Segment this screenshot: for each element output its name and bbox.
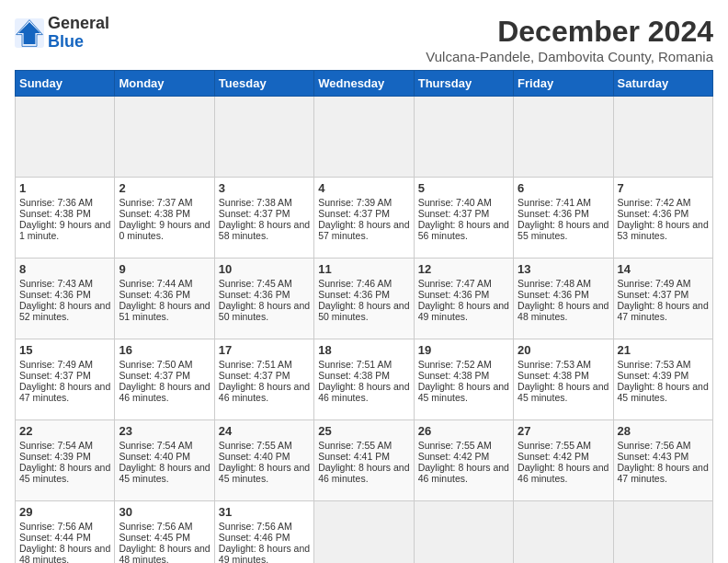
logo-icon xyxy=(15,18,44,48)
calendar-body: 1Sunrise: 7:36 AMSunset: 4:38 PMDaylight… xyxy=(16,97,713,564)
sunset-text: Sunset: 4:37 PM xyxy=(418,208,490,219)
daylight-text: Daylight: 8 hours and 45 minutes. xyxy=(219,462,310,484)
daylight-text: Daylight: 8 hours and 48 minutes. xyxy=(119,543,210,563)
sunrise-text: Sunrise: 7:50 AM xyxy=(119,359,192,370)
calendar-week-row: 8Sunrise: 7:43 AMSunset: 4:36 PMDaylight… xyxy=(16,259,713,339)
day-number: 8 xyxy=(19,262,110,276)
calendar-cell xyxy=(514,501,613,564)
sunrise-text: Sunrise: 7:38 AM xyxy=(219,197,292,208)
calendar-cell: 2Sunrise: 7:37 AMSunset: 4:38 PMDaylight… xyxy=(115,178,214,259)
daylight-text: Daylight: 8 hours and 47 minutes. xyxy=(618,300,709,322)
day-number: 28 xyxy=(618,424,709,438)
sunset-text: Sunset: 4:36 PM xyxy=(219,289,290,300)
days-header-row: SundayMondayTuesdayWednesdayThursdayFrid… xyxy=(16,71,713,97)
daylight-text: Daylight: 8 hours and 45 minutes. xyxy=(19,462,110,484)
sunrise-text: Sunrise: 7:49 AM xyxy=(19,359,93,370)
day-number: 9 xyxy=(119,262,210,276)
sunset-text: Sunset: 4:38 PM xyxy=(418,370,490,381)
day-number: 14 xyxy=(618,262,709,276)
calendar-cell: 3Sunrise: 7:38 AMSunset: 4:37 PMDaylight… xyxy=(214,178,313,259)
sunset-text: Sunset: 4:38 PM xyxy=(19,208,91,219)
sunset-text: Sunset: 4:37 PM xyxy=(19,370,91,381)
daylight-text: Daylight: 8 hours and 55 minutes. xyxy=(518,219,609,241)
calendar-cell xyxy=(414,501,513,564)
day-number: 22 xyxy=(19,424,110,438)
daylight-text: Daylight: 8 hours and 45 minutes. xyxy=(518,381,609,403)
calendar-subtitle: Vulcana-Pandele, Dambovita County, Roman… xyxy=(426,49,713,64)
sunrise-text: Sunrise: 7:39 AM xyxy=(318,197,392,208)
sunrise-text: Sunrise: 7:44 AM xyxy=(119,278,192,289)
daylight-text: Daylight: 8 hours and 57 minutes. xyxy=(318,219,409,241)
daylight-text: Daylight: 8 hours and 46 minutes. xyxy=(119,381,210,403)
sunset-text: Sunset: 4:45 PM xyxy=(119,532,190,543)
sunrise-text: Sunrise: 7:54 AM xyxy=(19,440,93,451)
daylight-text: Daylight: 8 hours and 46 minutes. xyxy=(318,462,409,484)
sunrise-text: Sunrise: 7:36 AM xyxy=(19,197,93,208)
day-number: 5 xyxy=(418,181,509,195)
calendar-cell: 8Sunrise: 7:43 AMSunset: 4:36 PMDaylight… xyxy=(16,259,115,339)
calendar-cell: 20Sunrise: 7:53 AMSunset: 4:38 PMDayligh… xyxy=(514,339,613,420)
sunrise-text: Sunrise: 7:45 AM xyxy=(219,278,292,289)
sunrise-text: Sunrise: 7:41 AM xyxy=(518,197,591,208)
calendar-cell: 29Sunrise: 7:56 AMSunset: 4:44 PMDayligh… xyxy=(16,501,115,564)
calendar-cell xyxy=(16,97,115,178)
day-number: 16 xyxy=(119,343,210,357)
calendar-cell: 24Sunrise: 7:55 AMSunset: 4:40 PMDayligh… xyxy=(214,420,313,501)
sunrise-text: Sunrise: 7:55 AM xyxy=(318,440,392,451)
sunrise-text: Sunrise: 7:40 AM xyxy=(418,197,492,208)
daylight-text: Daylight: 8 hours and 46 minutes. xyxy=(518,462,609,484)
header: General Blue December 2024 Vulcana-Pande… xyxy=(15,15,713,64)
sunrise-text: Sunrise: 7:47 AM xyxy=(418,278,492,289)
day-header-sunday: Sunday xyxy=(16,71,115,97)
sunset-text: Sunset: 4:42 PM xyxy=(418,451,490,462)
day-number: 4 xyxy=(318,181,409,195)
calendar-cell: 25Sunrise: 7:55 AMSunset: 4:41 PMDayligh… xyxy=(314,420,414,501)
sunset-text: Sunset: 4:36 PM xyxy=(418,289,490,300)
day-number: 26 xyxy=(418,424,509,438)
day-header-monday: Monday xyxy=(115,71,214,97)
calendar-cell xyxy=(214,97,313,178)
sunrise-text: Sunrise: 7:42 AM xyxy=(618,197,691,208)
sunset-text: Sunset: 4:41 PM xyxy=(318,451,390,462)
day-number: 3 xyxy=(219,181,310,195)
logo: General Blue xyxy=(15,15,109,52)
sunset-text: Sunset: 4:37 PM xyxy=(618,289,689,300)
calendar-cell: 27Sunrise: 7:55 AMSunset: 4:42 PMDayligh… xyxy=(514,420,613,501)
calendar-cell: 15Sunrise: 7:49 AMSunset: 4:37 PMDayligh… xyxy=(16,339,115,420)
sunrise-text: Sunrise: 7:55 AM xyxy=(518,440,591,451)
sunset-text: Sunset: 4:38 PM xyxy=(518,370,589,381)
sunset-text: Sunset: 4:46 PM xyxy=(219,532,290,543)
calendar-week-row: 1Sunrise: 7:36 AMSunset: 4:38 PMDaylight… xyxy=(16,178,713,259)
day-number: 31 xyxy=(219,505,310,519)
calendar-cell: 7Sunrise: 7:42 AMSunset: 4:36 PMDaylight… xyxy=(613,178,712,259)
sunset-text: Sunset: 4:40 PM xyxy=(219,451,290,462)
sunrise-text: Sunrise: 7:46 AM xyxy=(318,278,392,289)
sunset-text: Sunset: 4:37 PM xyxy=(219,208,290,219)
calendar-cell: 11Sunrise: 7:46 AMSunset: 4:36 PMDayligh… xyxy=(314,259,414,339)
day-number: 13 xyxy=(518,262,609,276)
daylight-text: Daylight: 8 hours and 49 minutes. xyxy=(418,300,509,322)
title-area: December 2024 Vulcana-Pandele, Dambovita… xyxy=(426,15,713,64)
sunset-text: Sunset: 4:37 PM xyxy=(318,208,390,219)
sunset-text: Sunset: 4:36 PM xyxy=(318,289,390,300)
day-header-saturday: Saturday xyxy=(613,71,712,97)
daylight-text: Daylight: 8 hours and 47 minutes. xyxy=(19,381,110,403)
sunset-text: Sunset: 4:36 PM xyxy=(119,289,190,300)
daylight-text: Daylight: 8 hours and 45 minutes. xyxy=(119,462,210,484)
sunrise-text: Sunrise: 7:56 AM xyxy=(618,440,691,451)
day-number: 18 xyxy=(318,343,409,357)
daylight-text: Daylight: 8 hours and 48 minutes. xyxy=(19,543,110,563)
calendar-cell: 26Sunrise: 7:55 AMSunset: 4:42 PMDayligh… xyxy=(414,420,513,501)
day-number: 12 xyxy=(418,262,509,276)
day-number: 19 xyxy=(418,343,509,357)
sunset-text: Sunset: 4:36 PM xyxy=(518,208,589,219)
calendar-cell: 10Sunrise: 7:45 AMSunset: 4:36 PMDayligh… xyxy=(214,259,313,339)
sunset-text: Sunset: 4:40 PM xyxy=(119,451,190,462)
daylight-text: Daylight: 8 hours and 52 minutes. xyxy=(19,300,110,322)
calendar-cell: 19Sunrise: 7:52 AMSunset: 4:38 PMDayligh… xyxy=(414,339,513,420)
calendar-cell: 6Sunrise: 7:41 AMSunset: 4:36 PMDaylight… xyxy=(514,178,613,259)
sunrise-text: Sunrise: 7:51 AM xyxy=(318,359,392,370)
sunset-text: Sunset: 4:37 PM xyxy=(119,370,190,381)
calendar-table: SundayMondayTuesdayWednesdayThursdayFrid… xyxy=(15,70,713,563)
calendar-cell: 22Sunrise: 7:54 AMSunset: 4:39 PMDayligh… xyxy=(16,420,115,501)
